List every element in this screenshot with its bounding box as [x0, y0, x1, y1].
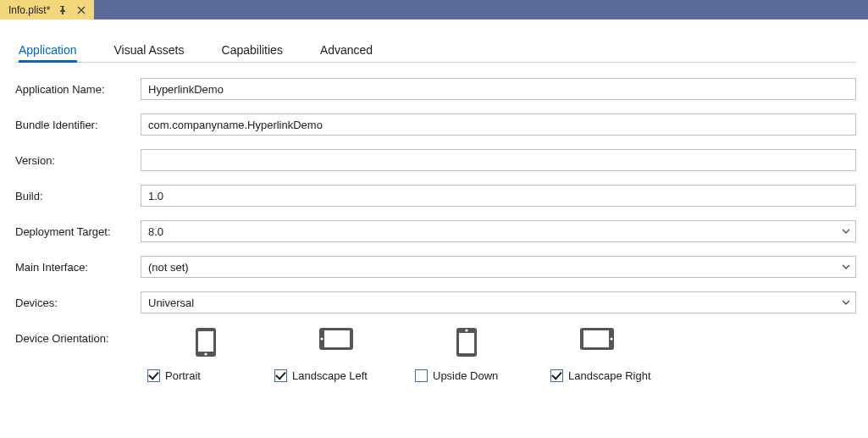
devices-select[interactable]: Universal: [141, 291, 856, 313]
checkbox-label: Upside Down: [433, 369, 498, 382]
label-version: Version:: [15, 154, 134, 167]
orientation-upside-down-checkbox[interactable]: Upside Down: [415, 369, 550, 382]
svg-point-5: [320, 337, 323, 340]
orientation-landscape-right-checkbox[interactable]: Landscape Right: [550, 369, 651, 382]
svg-point-8: [465, 329, 467, 331]
label-application-name: Application Name:: [15, 83, 134, 96]
phone-upside-down-icon: [456, 327, 478, 358]
svg-rect-1: [198, 331, 213, 352]
tab-capabilities[interactable]: Capabilities: [222, 40, 283, 62]
editor-tabs: Application Visual Assets Capabilities A…: [15, 40, 856, 63]
build-input[interactable]: [141, 185, 856, 207]
orientation-portrait-checkbox[interactable]: Portrait: [147, 369, 274, 382]
svg-rect-7: [459, 333, 474, 353]
checkbox-icon: [550, 369, 563, 382]
tab-application[interactable]: Application: [19, 40, 77, 63]
phone-landscape-left-icon: [318, 327, 354, 358]
tab-advanced[interactable]: Advanced: [320, 40, 373, 62]
label-bundle-identifier: Bundle Identifier:: [15, 119, 134, 131]
phone-portrait-icon: [195, 327, 217, 358]
checkbox-icon: [415, 369, 428, 382]
bundle-identifier-input[interactable]: [141, 114, 856, 136]
svg-rect-10: [583, 330, 609, 347]
checkbox-label: Portrait: [165, 369, 201, 382]
tab-visual-assets[interactable]: Visual Assets: [114, 40, 185, 62]
checkbox-icon: [147, 369, 160, 382]
close-icon[interactable]: [75, 4, 87, 16]
label-device-orientation: Device Orientation:: [15, 327, 134, 345]
deployment-target-select[interactable]: 8.0: [141, 220, 856, 242]
checkbox-label: Landscape Left: [292, 369, 368, 382]
orientation-landscape-left-checkbox[interactable]: Landscape Left: [274, 369, 415, 382]
pin-icon[interactable]: [57, 4, 69, 16]
main-interface-select[interactable]: (not set): [141, 256, 856, 278]
svg-point-2: [204, 352, 207, 355]
label-deployment-target: Deployment Target:: [15, 225, 134, 238]
checkbox-icon: [274, 369, 287, 382]
checkbox-label: Landscape Right: [568, 369, 651, 382]
svg-rect-4: [324, 330, 350, 347]
document-tab[interactable]: Info.plist*: [0, 0, 94, 19]
label-build: Build:: [15, 190, 134, 202]
svg-point-11: [610, 337, 612, 340]
phone-landscape-right-icon: [579, 327, 615, 358]
label-devices: Devices:: [15, 297, 134, 309]
label-main-interface: Main Interface:: [15, 261, 134, 274]
application-name-input[interactable]: [141, 78, 856, 100]
window-titlebar: Info.plist*: [0, 0, 868, 19]
version-input[interactable]: [141, 149, 856, 171]
document-tab-title: Info.plist*: [8, 4, 50, 16]
